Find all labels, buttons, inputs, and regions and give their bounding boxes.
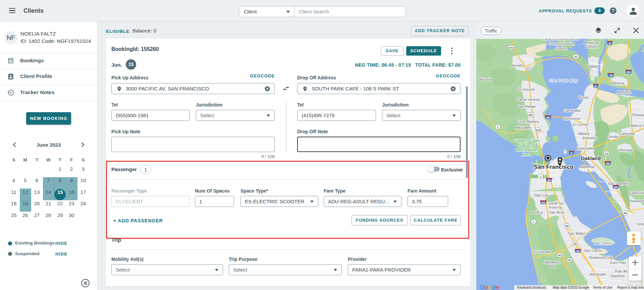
- svg-text:San Leandro: San Leandro: [608, 182, 629, 186]
- svg-text:Castro Va: Castro Va: [629, 191, 644, 195]
- svg-text:El Cerrito: El Cerrito: [573, 123, 588, 127]
- svg-text:San Francisco: San Francisco: [534, 164, 574, 170]
- svg-text:131: 131: [536, 129, 540, 132]
- svg-text:Golden Gate: Golden Gate: [514, 138, 540, 143]
- svg-text:1: 1: [533, 220, 535, 223]
- svg-text:1: 1: [540, 175, 542, 178]
- svg-text:37: 37: [575, 55, 578, 58]
- svg-text:National: National: [518, 143, 535, 148]
- svg-text:13: 13: [605, 152, 608, 155]
- svg-text:East Palo: East Palo: [610, 261, 626, 265]
- svg-text:Santa Venetia: Santa Venetia: [517, 97, 540, 101]
- svg-text:Pleasan: Pleasan: [632, 113, 644, 117]
- svg-text:92: 92: [624, 212, 627, 215]
- svg-text:80: 80: [570, 152, 573, 154]
- svg-text:Nicasio: Nicasio: [480, 77, 492, 81]
- svg-text:Canyon: Canyon: [585, 45, 598, 49]
- svg-text:Unio: Unio: [637, 222, 644, 226]
- svg-text:Pacifica: Pacifica: [530, 210, 543, 214]
- svg-text:Bair Island: Bair Island: [594, 241, 611, 245]
- svg-text:Redwood City: Redwood City: [589, 256, 612, 260]
- svg-text:Palo Alt: Palo Alt: [615, 269, 627, 273]
- svg-text:Emeryville: Emeryville: [577, 146, 594, 150]
- svg-text:Alameda: Alameda: [580, 165, 595, 169]
- svg-text:San Pablo Bay: San Pablo Bay: [549, 78, 578, 83]
- svg-text:Corte Madera: Corte Madera: [517, 120, 539, 124]
- svg-text:San Brun: San Brun: [549, 210, 565, 214]
- svg-text:Bay: Bay: [550, 264, 556, 268]
- svg-text:Daly City: Daly City: [534, 193, 549, 197]
- svg-text:Pinole: Pinole: [579, 95, 589, 99]
- svg-text:Walnut C: Walnut C: [630, 124, 644, 128]
- svg-text:280: 280: [547, 179, 551, 182]
- svg-text:Martinez: Martinez: [617, 90, 631, 94]
- svg-text:Berkeley: Berkeley: [583, 136, 597, 140]
- svg-text:Google: Google: [480, 284, 499, 290]
- svg-text:580: 580: [606, 162, 610, 165]
- svg-text:80: 80: [608, 42, 611, 45]
- svg-text:82: 82: [566, 224, 569, 227]
- svg-text:Hayward: Hayward: [630, 199, 644, 203]
- svg-text:Albany: Albany: [578, 132, 590, 136]
- svg-text:1: 1: [497, 126, 499, 129]
- svg-text:Lafayette: Lafayette: [620, 132, 635, 136]
- svg-text:Report a map error: Report a map error: [617, 286, 644, 289]
- svg-text:Keyboard shortcuts: Keyboard shortcuts: [517, 286, 546, 289]
- svg-text:37: 37: [527, 67, 530, 70]
- svg-text:Novato: Novato: [512, 63, 523, 67]
- svg-text:80: 80: [594, 85, 597, 87]
- svg-text:Oakland: Oakland: [581, 155, 600, 161]
- svg-text:780: 780: [609, 74, 613, 77]
- svg-text:92: 92: [558, 254, 561, 257]
- svg-text:92: 92: [574, 242, 577, 245]
- svg-text:Woodside: Woodside: [590, 272, 606, 276]
- svg-text:Richmond: Richmond: [563, 117, 580, 121]
- svg-text:101: 101: [509, 46, 514, 49]
- svg-text:San Mateo: San Mateo: [568, 231, 586, 235]
- svg-text:Skaggs Island Naval: Skaggs Island Naval: [544, 39, 579, 41]
- svg-text:Francisc: Francisc: [549, 205, 563, 209]
- svg-text:El Granada: El Granada: [533, 250, 552, 254]
- svg-text:Terms of Use: Terms of Use: [593, 286, 612, 289]
- svg-text:880: 880: [614, 186, 618, 189]
- svg-text:35: 35: [568, 259, 571, 262]
- svg-text:Recreation: Recreation: [516, 147, 537, 152]
- svg-text:San Pablo: San Pablo: [564, 108, 581, 113]
- svg-text:101: 101: [528, 114, 533, 117]
- svg-text:Station: Station: [555, 46, 567, 50]
- svg-text:Vallejo: Vallejo: [588, 64, 598, 68]
- svg-text:Area: Area: [522, 152, 532, 157]
- svg-text:Map data ©2023 Google: Map data ©2023 Google: [553, 286, 590, 289]
- svg-text:South Sa: South Sa: [548, 201, 564, 205]
- svg-text:680: 680: [627, 71, 631, 73]
- svg-text:280: 280: [541, 202, 545, 204]
- svg-text:St Vincent: St Vincent: [518, 87, 535, 91]
- svg-text:Benicia: Benicia: [612, 81, 625, 85]
- svg-text:Moraga: Moraga: [620, 148, 633, 152]
- svg-text:Orinda: Orinda: [607, 135, 619, 139]
- svg-text:San Rafael: San Rafael: [518, 104, 536, 108]
- svg-text:280: 280: [576, 250, 580, 252]
- svg-text:580: 580: [546, 117, 550, 119]
- svg-text:Half Moon: Half Moon: [543, 260, 560, 264]
- svg-text:Mill Valley: Mill Valley: [515, 126, 532, 130]
- svg-text:Communication: Communication: [548, 42, 575, 46]
- svg-text:Stanford: Stanford: [610, 274, 625, 278]
- svg-text:San Carlos: San Carlos: [584, 248, 602, 252]
- svg-text:American: American: [584, 41, 599, 45]
